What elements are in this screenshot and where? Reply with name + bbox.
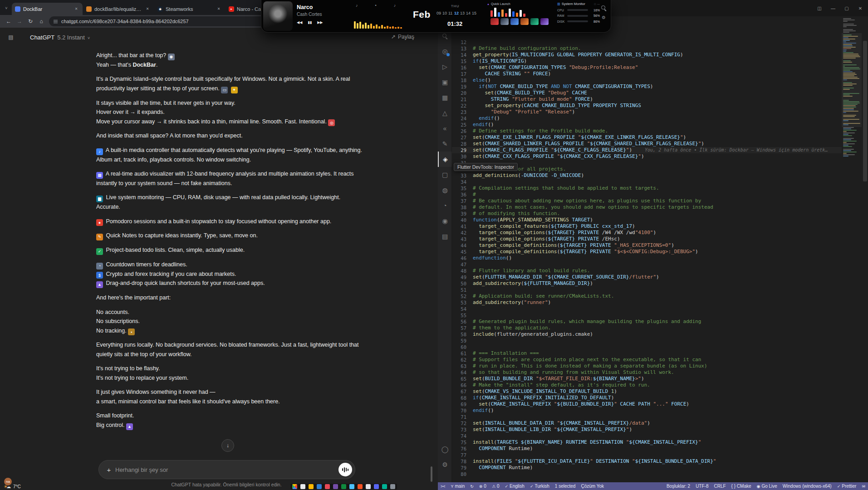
test-icon[interactable]: △ (438, 105, 452, 121)
taskbar-app-icon[interactable] (292, 484, 297, 489)
code-line[interactable]: 58include(flutter/generated_plugins.cmak… (452, 331, 842, 338)
home-button[interactable]: ⌂ (36, 16, 46, 26)
run-debug-icon[interactable]: ▷ (438, 59, 452, 74)
code-line[interactable]: 45 target_compile_definitions(${TARGET} … (452, 249, 842, 255)
quick-launch-thumbnail[interactable] (530, 18, 539, 25)
calendar-day[interactable]: 14 (466, 11, 470, 15)
gear-icon[interactable]: ⚙ (602, 15, 606, 20)
code-line[interactable]: 18else() (452, 77, 842, 83)
taskbar-app-icon[interactable] (300, 484, 305, 489)
chat-input-bar[interactable]: + (98, 460, 355, 479)
performance-icon[interactable]: ◔ (438, 198, 452, 213)
problems-errors[interactable]: ⊗0 (476, 482, 489, 490)
taskbar-app-icon[interactable] (358, 484, 363, 489)
code-line[interactable]: 37# Be cautious about adding new options… (452, 198, 842, 204)
code-line[interactable]: 71 (452, 414, 842, 420)
share-button[interactable]: ↗ Paylaş (387, 31, 419, 42)
encoding[interactable]: UTF-8 (693, 482, 711, 490)
code-line[interactable]: 50add_subdirectory(${FLUTTER_MANAGED_DIR… (452, 280, 842, 287)
code-line[interactable]: 39# of modifying this function. (452, 211, 842, 217)
code-line[interactable]: 40function(APPLY_STANDARD_SETTINGS TARGE… (452, 217, 842, 223)
git-branch[interactable]: Ymain (448, 482, 468, 490)
code-line[interactable]: 36# (452, 191, 842, 198)
code-line[interactable]: 15if(IS_MULTICONFIG) (452, 58, 842, 64)
code-line[interactable]: 46endfunction() (452, 255, 842, 261)
notifications-icon[interactable]: ✉ (859, 482, 868, 490)
code-line[interactable]: 44 target_compile_definitions(${TARGET} … (452, 242, 842, 249)
search-icon[interactable] (601, 5, 606, 10)
camera-icon[interactable]: ▢ (438, 167, 452, 182)
code-line[interactable]: 21 STRING "Flutter build mode" FORCE) (452, 96, 842, 103)
code-line[interactable]: 62# Support files are copied into place … (452, 357, 842, 363)
code-line[interactable]: 27set(CMAKE_EXE_LINKER_FLAGS_PROFILE "${… (452, 134, 842, 141)
calendar-day[interactable]: 09 (436, 11, 441, 15)
code-line[interactable]: 22 set_property(CACHE CMAKE_BUILD_TYPE P… (452, 103, 842, 109)
code-line[interactable]: 42 target_compile_options(${TARGET} PRIV… (452, 230, 842, 236)
code-line[interactable]: 47 (452, 261, 842, 268)
code-line[interactable]: 55 (452, 312, 842, 318)
selection-count[interactable]: 1 selected (552, 482, 579, 490)
model-selector[interactable]: ChatGPT 5.2 Instant ˅ (30, 34, 90, 41)
code-line[interactable]: 33add_definitions(-DUNICODE -D_UNICODE) (452, 172, 842, 179)
code-editor[interactable]: 1213# Define build configuration option.… (452, 39, 842, 481)
platform-target[interactable]: Windows (windows-x64) (780, 482, 834, 490)
code-line[interactable]: 52# Application build; see runner/CMakeL… (452, 293, 842, 299)
layout-toggle-icon[interactable]: ◫ (816, 6, 823, 11)
sidebar-toggle-icon[interactable]: ▤ (6, 33, 15, 42)
code-line[interactable]: 65set(BUILD_BUNDLE_DIR "$<TARGET_FILE_DI… (452, 376, 842, 382)
code-line[interactable]: 29set(CMAKE_C_FLAGS_PROFILE "${CMAKE_C_F… (452, 147, 842, 153)
code-line[interactable]: 59 (452, 338, 842, 344)
pause-icon[interactable]: ▮▮ (308, 20, 312, 24)
network-icon[interactable]: ◍ (438, 182, 452, 198)
code-line[interactable]: 28set(CMAKE_SHARED_LINKER_FLAGS_PROFILE … (452, 141, 842, 147)
tab-close-icon[interactable]: ✕ (216, 6, 222, 12)
quick-launch-thumbnail[interactable] (510, 18, 519, 25)
memory-icon[interactable]: ▤ (438, 229, 452, 244)
terminal-icon[interactable]: « (438, 121, 452, 136)
taskbar-app-icon[interactable] (374, 484, 379, 489)
code-line[interactable]: 72set(INSTALL_BUNDLE_DATA_DIR "${CMAKE_I… (452, 420, 842, 426)
site-settings-icon[interactable] (54, 20, 58, 23)
chat-input[interactable] (114, 466, 338, 474)
settings-gear-icon[interactable]: ⚙ (438, 457, 452, 472)
remote-indicator[interactable]: >< (438, 482, 448, 490)
account-icon[interactable]: ◯ (438, 441, 452, 457)
code-line[interactable]: 54 (452, 306, 842, 312)
extensions-icon[interactable]: ▦ (438, 90, 452, 105)
calendar-day[interactable]: 11 (448, 11, 452, 15)
code-line[interactable]: 64# so that building and running from wi… (452, 369, 842, 376)
solution-status[interactable]: Çözüm Yok (578, 482, 607, 490)
code-line[interactable]: 78install(FILES "${FLUTTER_ICU_DATA_FILE… (452, 458, 842, 465)
code-line[interactable]: 16 set(CMAKE_CONFIGURATION_TYPES "Debug;… (452, 64, 842, 71)
code-line[interactable]: 13# Define build configuration option. (452, 45, 842, 52)
close-icon[interactable]: ✕ (857, 6, 863, 11)
scroll-to-bottom-button[interactable]: ↓ (221, 439, 234, 452)
screenshot-icon[interactable]: ▣ (438, 74, 452, 90)
tab-close-icon[interactable]: ✕ (144, 6, 151, 12)
code-line[interactable]: 24 endif() (452, 115, 842, 122)
reload-button[interactable]: ↻ (25, 16, 35, 26)
code-line[interactable]: 77 (452, 452, 842, 458)
calendar-day[interactable]: 12 (454, 11, 458, 15)
minimap-viewport[interactable] (842, 33, 862, 127)
taskbar-app-icon[interactable] (390, 484, 395, 489)
taskbar-app-icon[interactable] (333, 484, 338, 489)
code-line[interactable]: 19 if(NOT CMAKE_BUILD_TYPE AND NOT CMAKE… (452, 83, 842, 90)
taskbar-app-icon[interactable] (349, 484, 354, 489)
browser-tab[interactable]: DockBar✕ (12, 3, 83, 15)
code-line[interactable]: 51 (452, 287, 842, 293)
maximize-icon[interactable]: ▢ (843, 6, 850, 11)
back-button[interactable]: ← (4, 16, 14, 26)
browser-tab[interactable]: dockBar/lib/equalizer_w...✕ (83, 3, 154, 15)
code-line[interactable]: 34 (452, 179, 842, 185)
calendar-day[interactable]: 15 (472, 11, 476, 15)
taskbar-app-icon[interactable] (341, 484, 346, 489)
code-line[interactable]: 73set(INSTALL_BUNDLE_LIB_DIR "${CMAKE_IN… (452, 426, 842, 433)
code-line[interactable]: 67set(CMAKE_VS_INCLUDE_INSTALL_TO_DEFAUL… (452, 388, 842, 395)
taskbar-app-icon[interactable] (382, 484, 387, 489)
code-line[interactable]: 68if(CMAKE_INSTALL_PREFIX_INITIALIZED_TO… (452, 395, 842, 401)
code-line[interactable]: 53add_subdirectory("runner") (452, 299, 842, 306)
code-line[interactable]: 43 target_compile_options(${TARGET} PRIV… (452, 236, 842, 242)
devtools-icon[interactable]: ◎ (438, 44, 452, 59)
quick-launch-thumbnail[interactable] (500, 18, 509, 25)
